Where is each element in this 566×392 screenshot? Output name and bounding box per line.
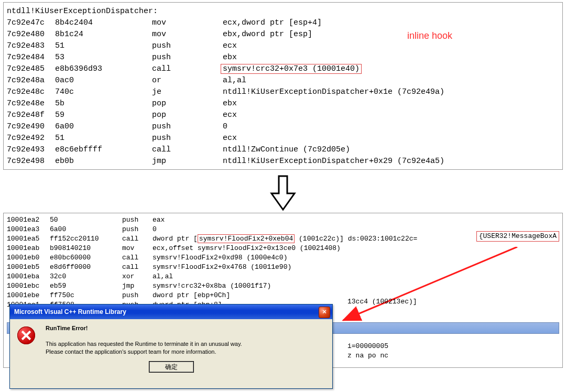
runtime-error-dialog: Microsoft Visual C++ Runtime Library × R… [9, 304, 333, 389]
dialog-title-text: Microsoft Visual C++ Runtime Library [14, 308, 126, 315]
disasm-header: ntdll!KiUserExceptionDispatcher: [7, 6, 559, 17]
disasm-row[interactable]: 7c92e48351pushecx [7, 40, 559, 52]
disasm-row[interactable]: 7c92e498eb0bjmpntdll!KiUserExceptionDisp… [7, 156, 559, 167]
disasm-row[interactable]: 7c92e4808b1c24movebx,dword ptr [esp] [7, 29, 559, 40]
disasm-row[interactable]: 7c92e493e8c6ebffffcallntdll!ZwContinue (… [7, 144, 559, 156]
dialog-titlebar[interactable]: Microsoft Visual C++ Runtime Library × [10, 304, 332, 319]
dialog-body: RunTime Error! This application has requ… [10, 319, 332, 379]
disasm-row[interactable]: 7c92e49251pushecx [7, 133, 559, 144]
disasm-row[interactable]: 7c92e485e8b6396d93callsymsrv!crc32+0x7e3… [7, 63, 559, 75]
disasm-row[interactable]: 10001eb0e80bc60000callsymsrv!FloodFix2+0… [7, 253, 560, 263]
error-icon [17, 326, 35, 344]
disasm-row[interactable]: 7c92e48a0ac0oral,al [7, 75, 559, 86]
disasm-row[interactable]: 7c92e47c8b4c2404movecx,dword ptr [esp+4] [7, 17, 559, 29]
dialog-line1: This application has requested the Runti… [46, 341, 242, 347]
register-flags: i=00000005 z na po nc [347, 342, 388, 361]
close-icon[interactable]: × [319, 307, 330, 318]
flow-arrow [0, 175, 566, 212]
disasm-row[interactable]: 10001ebeff750cpushdword ptr [ebp+0Ch] [7, 291, 560, 300]
disasm-row[interactable]: 10001eb5e8d6ff0000callsymsrv!FloodFix2+0… [7, 263, 560, 272]
floodfix-highlight: symsrv!FloodFix2+0xeb04 [198, 234, 295, 243]
disasm-extra: 13cc4 (100213ec)] [347, 297, 417, 307]
inline-hook-annotation: inline hook [407, 30, 452, 41]
dialog-heading: RunTime Error! [46, 325, 88, 331]
disasm-row[interactable]: 7c92e48c740cjentdll!KiUserExceptionDispa… [7, 86, 559, 98]
dialog-line2: Please contact the application's support… [46, 349, 216, 355]
disasm-row[interactable]: 10001eba32c0xoral,al [7, 272, 560, 281]
disasm-row[interactable]: 10001eabb908140210movecx,offset symsrv!F… [7, 244, 560, 253]
disasm-row[interactable]: 7c92e48e5bpopebx [7, 98, 559, 110]
disasm-top-pane: ntdll!KiUserExceptionDispatcher: 7c92e47… [3, 2, 563, 170]
disasm-row[interactable]: 10001ebceb59jmpsymsrv!crc32+0x8ba (10001… [7, 281, 560, 291]
disasm-row[interactable]: 7c92e48453pushebx [7, 52, 559, 63]
disasm-row[interactable]: 10001ea250pusheax [7, 215, 560, 225]
ok-button[interactable]: 确定 [149, 361, 194, 373]
call-target-highlight: symsrv!crc32+0x7e3 (10001e40) [221, 64, 362, 74]
disasm-row[interactable]: 7c92e4906a00push0 [7, 121, 559, 133]
messagebox-highlight: {USER32!MessageBoxA [476, 231, 559, 242]
disasm-row[interactable]: 7c92e48f59popecx [7, 110, 559, 121]
